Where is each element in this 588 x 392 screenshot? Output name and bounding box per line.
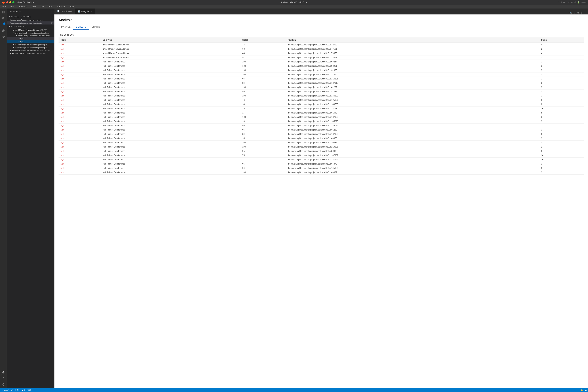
tab-manage[interactable]: MANAGE: [58, 24, 73, 30]
menu-go[interactable]: Go: [40, 5, 45, 8]
table-row[interactable]: high Null Pointer Dereference 94 /home/s…: [58, 102, 584, 106]
table-row[interactable]: high Null Pointer Dereference 76 /home/s…: [58, 98, 584, 102]
table-row[interactable]: high Null Pointer Dereference 94 /home/s…: [58, 166, 584, 170]
bug-invalid-stack-file3[interactable]: ▶ /home/siang/Documents/projects/sqlite/…: [7, 46, 54, 49]
sidebar-header-actions: ···: [50, 10, 52, 13]
close-button[interactable]: [6, 1, 8, 4]
status-warnings[interactable]: ▲ 0: [22, 389, 25, 391]
projects-section[interactable]: ▼ PROJECTS MANAGE: [7, 15, 54, 19]
project-sqlite[interactable]: /home/siang/Documents/projects/sqlite 🗑: [7, 22, 54, 24]
bug-invalid-stack-file1-sub[interactable]: ▼ /home/siang/Documents/projects/sqlite/…: [7, 34, 54, 37]
status-branch[interactable]: ⎇ main*: [1, 389, 9, 391]
tab-external-icon[interactable]: ↗: [574, 12, 576, 14]
status-sync[interactable]: ↺: [11, 389, 12, 391]
tab-defects[interactable]: DEFECTS: [73, 24, 89, 30]
activity-account[interactable]: [1, 376, 6, 381]
table-row[interactable]: high Null Pointer Dereference 75 /home/s…: [58, 106, 584, 111]
table-row[interactable]: high Null Pointer Dereference 100 /home/…: [58, 145, 584, 149]
tab-close-button[interactable]: ✕: [90, 10, 92, 13]
table-row[interactable]: high Null Pointer Dereference 100 /home/…: [58, 115, 584, 119]
row-steps: 3: [539, 166, 584, 170]
row-score: 95: [240, 149, 286, 153]
menu-edit[interactable]: Edit: [9, 5, 15, 8]
row-score: 75: [240, 106, 286, 111]
table-row[interactable]: high Invalid Use of Stack Address 44 /ho…: [58, 51, 584, 56]
activity-remote[interactable]: [1, 34, 6, 39]
table-row[interactable]: high Null Pointer Dereference 96 /home/s…: [58, 90, 584, 94]
project-http[interactable]: /home/siang/Documents/projects/http-par.…: [7, 19, 54, 22]
sidebar: CLEAR BLUE ··· ▼ PROJECTS MANAGE /home/s…: [7, 8, 54, 388]
row-bug-type: Null Pointer Dereference: [101, 68, 240, 72]
tab-more-icon[interactable]: ···: [584, 12, 586, 14]
tab-new-project[interactable]: 📄 New Project: [54, 8, 75, 14]
menu-run[interactable]: Run: [48, 5, 53, 8]
row-position: /home/siang/Documents/projects/sqlite/sq…: [286, 153, 539, 158]
table-row[interactable]: high Null Pointer Dereference 96 /home/s…: [58, 128, 584, 132]
status-remote[interactable]: ⇄: [585, 389, 587, 391]
sidebar-more-button[interactable]: ···: [50, 10, 52, 13]
table-row[interactable]: high Null Pointer Dereference 84 /home/s…: [58, 132, 584, 136]
table-row[interactable]: high Null Pointer Dereference 100 /home/…: [58, 94, 584, 98]
row-position: /home/siang/Documents/projects/sqlite/sq…: [286, 128, 539, 132]
table-row[interactable]: high Null Pointer Dereference 1 /home/si…: [58, 111, 584, 115]
activity-settings[interactable]: [1, 382, 6, 387]
tab-charts[interactable]: CHARTS: [89, 24, 103, 30]
bug-invalid-stack[interactable]: ▼ Invalid Use of Stack Address CWE-562: [7, 28, 54, 32]
activity-search[interactable]: [1, 16, 6, 21]
table-row[interactable]: high Null Pointer Dereference 75 /home/s…: [58, 153, 584, 158]
row-steps: 2: [539, 56, 584, 60]
table-row[interactable]: high Invalid Use of Stack Address 91 /ho…: [58, 56, 584, 60]
status-errors[interactable]: ⚠ 1K: [15, 389, 19, 391]
tab-search-icon[interactable]: 🔍: [570, 12, 572, 14]
activity-explorer[interactable]: [1, 10, 6, 15]
tab-refresh-icon[interactable]: ↺: [577, 12, 579, 14]
table-row[interactable]: high Null Pointer Dereference 100 /home/…: [58, 68, 584, 72]
row-bug-type: Null Pointer Dereference: [101, 158, 240, 162]
menu-terminal[interactable]: Terminal: [56, 5, 66, 8]
bug-null-pointer[interactable]: ▶ Null Pointer Dereference CWE-476, CWE-…: [7, 49, 54, 52]
table-row[interactable]: high Invalid Use of Stack Address 62 /ho…: [58, 47, 584, 51]
bug-invalid-stack-file1[interactable]: ▼ /home/siang/Documents/projects/sqlite/…: [7, 32, 54, 34]
project-delete-button[interactable]: 🗑: [51, 22, 54, 24]
tab-layout-icon[interactable]: ⊞: [580, 12, 582, 14]
table-row[interactable]: high Null Pointer Dereference 84 /home/s…: [58, 81, 584, 85]
bug-uninit-var[interactable]: ▶ Use of Uninitialized Variable CWE-457: [7, 52, 54, 55]
table-row[interactable]: high Null Pointer Dereference 95 /home/s…: [58, 149, 584, 153]
projects-chevron: ▼: [9, 16, 10, 18]
table-row[interactable]: high Null Pointer Dereference 100 /home/…: [58, 140, 584, 145]
status-info[interactable]: ⓘ 63: [27, 389, 31, 392]
menu-file[interactable]: File: [1, 5, 7, 8]
activity-debug[interactable]: [1, 370, 6, 375]
step-2[interactable]: Step 2: [7, 40, 54, 43]
activity-extensions[interactable]: [1, 28, 6, 33]
step-1[interactable]: Step 1: [7, 37, 54, 40]
row-steps: 10: [539, 158, 584, 162]
bug-invalid-stack-file2[interactable]: ▶ /home/siang/Documents/projects/sqlite/…: [7, 43, 54, 46]
bugs-section[interactable]: ▼ BUGS REPORT: [7, 24, 54, 28]
col-rank: Rank: [58, 38, 101, 43]
maximize-button[interactable]: [12, 1, 14, 4]
status-port[interactable]: 🔔: [581, 389, 583, 391]
table-row[interactable]: high Invalid Use of Stack Address 44 /ho…: [58, 43, 584, 47]
menu-help[interactable]: Help: [68, 5, 75, 8]
menu-selection[interactable]: Selection: [18, 5, 28, 8]
table-row[interactable]: high Null Pointer Dereference 96 /home/s…: [58, 77, 584, 81]
row-position: /home/siang/Documents/projects/sqlite/sq…: [286, 149, 539, 153]
table-row[interactable]: high Null Pointer Dereference 100 /home/…: [58, 170, 584, 174]
table-row[interactable]: high Null Pointer Dereference 95 /home/s…: [58, 136, 584, 140]
minimize-button[interactable]: [9, 1, 12, 4]
row-rank: high: [58, 153, 101, 158]
table-row[interactable]: high Null Pointer Dereference 96 /home/s…: [58, 119, 584, 124]
table-row[interactable]: high Null Pointer Dereference 96 /home/s…: [58, 162, 584, 166]
table-row[interactable]: high Null Pointer Dereference 87 /home/s…: [58, 158, 584, 162]
menu-view[interactable]: View: [31, 5, 37, 8]
table-row[interactable]: high Null Pointer Dereference 96 /home/s…: [58, 124, 584, 128]
table-row[interactable]: high Null Pointer Dereference 100 /home/…: [58, 72, 584, 77]
table-row[interactable]: high Null Pointer Dereference 100 /home/…: [58, 85, 584, 90]
table-row[interactable]: high Null Pointer Dereference 100 /home/…: [58, 64, 584, 68]
activity-source-control[interactable]: 6: [1, 22, 6, 27]
table-row[interactable]: high Null Pointer Dereference 100 /home/…: [58, 60, 584, 64]
projects-section-label: PROJECTS MANAGE: [11, 16, 31, 18]
row-rank: high: [58, 128, 101, 132]
tab-analysis[interactable]: 📊 Analysis ✕: [75, 8, 95, 14]
